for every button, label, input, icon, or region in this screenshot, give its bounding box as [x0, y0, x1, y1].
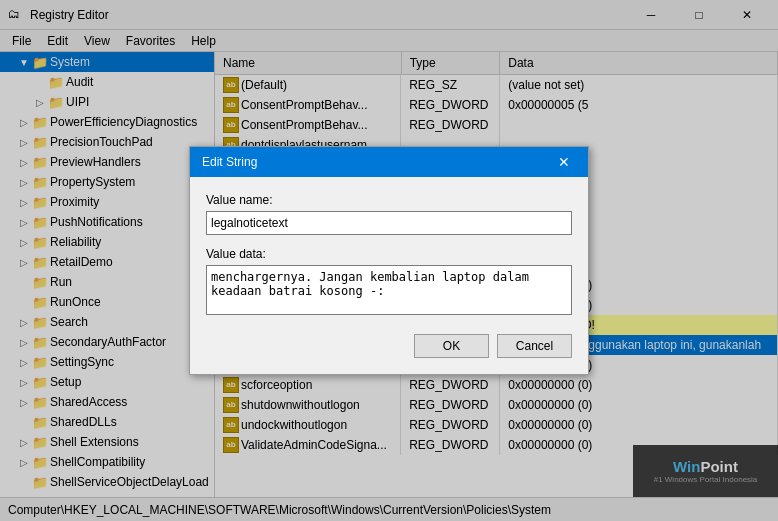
cancel-button[interactable]: Cancel: [497, 334, 572, 358]
value-data-label: Value data:: [206, 247, 572, 261]
dialog-close-button[interactable]: ✕: [552, 150, 576, 174]
dialog-overlay: Edit String ✕ Value name: Value data: OK…: [0, 0, 778, 521]
dialog-title: Edit String: [202, 155, 257, 169]
dialog-body: Value name: Value data: OK Cancel: [190, 177, 588, 374]
edit-string-dialog: Edit String ✕ Value name: Value data: OK…: [189, 146, 589, 375]
value-data-textarea[interactable]: [206, 265, 572, 315]
dialog-buttons: OK Cancel: [206, 334, 572, 358]
dialog-title-bar: Edit String ✕: [190, 147, 588, 177]
value-name-input[interactable]: [206, 211, 572, 235]
value-name-label: Value name:: [206, 193, 572, 207]
ok-button[interactable]: OK: [414, 334, 489, 358]
